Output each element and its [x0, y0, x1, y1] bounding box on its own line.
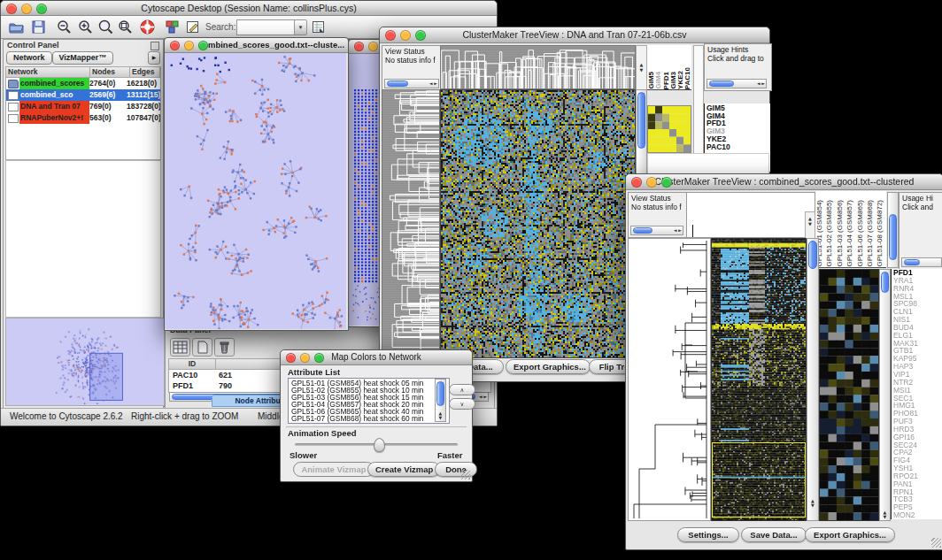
network-row[interactable]: combined_sco 2569(6) 13112(15): [6, 89, 160, 101]
tv2-zoom-vscrollbar[interactable]: ▲▼: [879, 269, 891, 521]
tv1-close-button[interactable]: [385, 30, 396, 41]
search-dropdown-icon[interactable]: ▼: [294, 19, 307, 35]
tv2-column-label[interactable]: GPL51-04 (GSM857): [845, 200, 855, 267]
window-controls: [6, 4, 47, 14]
tv2-global-vscrollbar[interactable]: ▲▼: [807, 238, 819, 521]
tv2-zoom-heatmap[interactable]: [819, 269, 879, 521]
network-import-icon[interactable]: [310, 19, 327, 35]
dialog-close-button[interactable]: [286, 353, 296, 363]
tv2-labels-vscrollbar[interactable]: [887, 192, 899, 268]
tv2-gene-list: PFD1YRA1RNR4MSL1SPC98CLN1NIS1BUD4ELG1MAK…: [891, 269, 942, 519]
zoom-in-icon[interactable]: [77, 19, 94, 35]
tv2-title-bar[interactable]: ClusterMaker TreeView : combined_scores_…: [626, 174, 942, 190]
tab-network[interactable]: VizMapper™: [52, 51, 114, 65]
zoom-selected-icon[interactable]: [97, 19, 114, 35]
tv2-resize-grip[interactable]: [931, 538, 941, 548]
network-row[interactable]: DNA and Tran 07 769(0) 183728(0): [6, 101, 160, 112]
network-canvas-1[interactable]: [165, 53, 346, 329]
move-up-button[interactable]: ∧: [449, 384, 475, 395]
tv2-global-heatmap[interactable]: [711, 238, 807, 521]
tv2-button[interactable]: Export Graphics...: [805, 527, 895, 542]
network-nodes-count: 563(0): [89, 112, 127, 124]
dialog-button[interactable]: Done: [435, 462, 477, 477]
tv1-zoom-heatmap[interactable]: [647, 105, 691, 153]
tv1-button[interactable]: Export Graphics...: [506, 359, 591, 374]
tv1-heatmap[interactable]: [440, 89, 636, 358]
open-folder-icon[interactable]: [8, 19, 25, 35]
dialog-button[interactable]: Animate Vizmap: [293, 462, 374, 477]
zoom-fit-icon[interactable]: [117, 19, 134, 35]
network-row[interactable]: RNAPuberNov2+! 563(0) 107847(0): [6, 112, 160, 124]
tv1-column-labels: GIM5GIM4PFD1GIM3YKE2PAC10: [647, 45, 691, 90]
col-network[interactable]: Network: [6, 67, 90, 77]
search-input[interactable]: [236, 19, 298, 35]
delete-attribute-icon[interactable]: [214, 338, 235, 357]
tab-network[interactable]: Network: [6, 51, 52, 65]
tv1-usage-hscrollbar[interactable]: ◄ ►: [706, 79, 767, 88]
net1-minimize-button[interactable]: [184, 41, 194, 50]
attribute-list-item[interactable]: GPL51-07 (GSM868) heat shock 60 min: [291, 415, 449, 422]
select-attributes-icon[interactable]: [170, 338, 190, 357]
dialog-title-bar[interactable]: Map Colors to Network: [281, 350, 472, 365]
tv2-button[interactable]: Settings...: [677, 527, 739, 542]
tv1-column-label[interactable]: GIM4: [654, 72, 661, 89]
tv1-row-dendrogram[interactable]: [382, 89, 440, 358]
main-title-bar[interactable]: Cytoscape Desktop (Session Name: collins…: [1, 1, 497, 16]
tv2-close-button[interactable]: [631, 177, 642, 188]
float-panel-icon[interactable]: [151, 42, 159, 50]
tv2-status-hscrollbar[interactable]: ◄ ►: [630, 226, 683, 235]
save-icon[interactable]: [30, 19, 47, 35]
tv1-zoom-button[interactable]: [415, 30, 426, 41]
zoom-button[interactable]: [36, 4, 47, 14]
minimize-button[interactable]: [21, 4, 32, 14]
tv2-pane-arrows[interactable]: ▲▼: [805, 211, 815, 240]
help-lifering-icon[interactable]: [139, 19, 156, 35]
tv1-status-hscrollbar[interactable]: ◄ ►: [384, 79, 439, 88]
tv2-button[interactable]: Save Data...: [741, 527, 807, 542]
slider-thumb[interactable]: [374, 438, 385, 452]
col-edges[interactable]: Edges: [130, 67, 160, 77]
net1-title-bar[interactable]: combined_scores_good.txt--cluste...: [165, 38, 348, 53]
vizmapper-icon[interactable]: [164, 19, 181, 35]
tv1-row-label[interactable]: PAC10: [706, 143, 770, 151]
network-list-table: Network Nodes Edges combined_scores 2764…: [5, 66, 161, 160]
gene-list-item[interactable]: MON2: [893, 511, 942, 519]
tv2-zoom-button[interactable]: [661, 177, 672, 188]
tv2-column-label[interactable]: GPL51-02 (GSM855): [825, 200, 835, 267]
dialog-zoom-button[interactable]: [314, 353, 324, 363]
new-attribute-icon[interactable]: [192, 338, 212, 357]
tv2-row-dendrogram[interactable]: [628, 238, 711, 521]
dialog-button[interactable]: Create Vizmap: [367, 462, 440, 477]
tv1-minimize-button[interactable]: [400, 30, 411, 41]
tv2-column-label[interactable]: GPL51-03 (GSM856): [836, 200, 845, 267]
zoom-out-icon[interactable]: [56, 19, 73, 35]
col-nodes[interactable]: Nodes: [90, 67, 130, 77]
control-panel: Control Panel NetworkVizMapper™ ▶ Networ…: [3, 39, 164, 409]
move-down-button[interactable]: ∨: [449, 398, 475, 410]
net1-zoom-button[interactable]: [198, 41, 208, 50]
tv2-usage-hscrollbar[interactable]: [901, 257, 942, 267]
dialog-window-controls: [286, 353, 324, 363]
tv1-column-dendrogram[interactable]: [440, 45, 636, 89]
tv2-column-label[interactable]: GPL51-08 (GSM872): [876, 200, 885, 267]
tv2-column-label[interactable]: GPL51-06 (GSM865): [856, 200, 866, 267]
close-button[interactable]: [6, 4, 17, 14]
tab-overflow-arrow-icon[interactable]: ▶: [148, 51, 160, 65]
tv2-minimize-button[interactable]: [646, 177, 657, 188]
dialog-minimize-button[interactable]: [300, 353, 310, 363]
net2-minimize-button[interactable]: [368, 42, 378, 51]
network-row[interactable]: combined_scores 2764(0) 16218(0): [6, 78, 160, 89]
resize-grip[interactable]: [460, 470, 470, 479]
net2-close-button[interactable]: [354, 42, 364, 51]
net1-close-button[interactable]: [170, 41, 180, 50]
tv1-column-label[interactable]: PAC10: [683, 67, 691, 89]
tv1-title-bar[interactable]: ClusterMaker TreeView : DNA and Tran 07-…: [380, 27, 769, 43]
tv1-column-label[interactable]: PFD1: [662, 72, 669, 89]
tv2-column-label[interactable]: GPL51-07 (GSM868): [866, 200, 876, 267]
col-id[interactable]: ID: [169, 359, 216, 369]
tv2-window-title: ClusterMaker TreeView : combined_scores_…: [626, 174, 942, 189]
tv1-column-label[interactable]: GIM3: [669, 72, 676, 89]
attribute-list-vscrollbar[interactable]: ▲▼: [435, 379, 446, 422]
network-overview-thumbnail[interactable]: [5, 318, 165, 406]
annotation-icon[interactable]: [184, 19, 201, 35]
